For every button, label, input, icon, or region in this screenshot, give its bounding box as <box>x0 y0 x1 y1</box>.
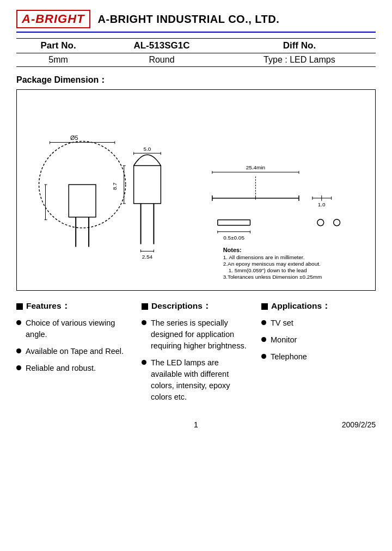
svg-text:8.7: 8.7 <box>112 182 118 190</box>
desc-bullet-1 <box>142 320 146 325</box>
feature-text-2: Available on Tape and Reel. <box>26 346 131 357</box>
svg-text:1.0: 1.0 <box>318 201 326 207</box>
app-bullet-3 <box>261 354 266 359</box>
logo-text: A-BRIGHT <box>22 12 85 26</box>
feature-bullet-2 <box>16 348 21 353</box>
feature-bullet-3 <box>16 365 21 370</box>
svg-text:1. 5mm(0.059") down to the lea: 1. 5mm(0.059") down to the lead <box>229 267 307 273</box>
pkg-label: Package Dimension： <box>16 75 376 86</box>
footer: 1 2009/2/25 <box>16 418 376 429</box>
bottom-section: Features： Choice of various viewing angl… <box>16 301 376 408</box>
desc-bullet-2 <box>142 360 146 365</box>
app-item-1: TV set <box>261 317 370 329</box>
features-label: Features： <box>26 301 70 312</box>
part-info-table: Part No. AL-513SG1C Diff No. 5mm Round T… <box>16 38 376 67</box>
desc-item-2: The LED lamps are available with differe… <box>142 357 250 403</box>
part-col1: 5mm <box>16 53 100 67</box>
app-bullet-1 <box>261 320 266 325</box>
desc-text-1: The series is specially designed for app… <box>151 317 250 352</box>
diagram-box: Ø5 8.7 5.0 2.54 <box>16 89 376 291</box>
company-name: A-BRIGHT INDUSTRIAL CO., LTD. <box>98 13 280 26</box>
app-text-2: Monitor <box>271 334 370 346</box>
svg-rect-1 <box>69 185 96 217</box>
desc-text-2: The LED lamps are available with differe… <box>151 357 250 403</box>
header-divider <box>16 32 376 33</box>
part-col3: Type : LED Lamps <box>223 53 376 67</box>
svg-point-44 <box>317 219 324 226</box>
diagram-svg: Ø5 8.7 5.0 2.54 <box>17 90 375 290</box>
part-row1: Part No. AL-513SG1C Diff No. <box>16 39 376 53</box>
svg-text:Ø5: Ø5 <box>70 134 78 141</box>
applications-bullet-icon <box>261 303 268 310</box>
part-value1: AL-513SG1C <box>100 39 223 53</box>
feature-item-1: Choice of various viewing angle. <box>16 317 131 340</box>
svg-text:0.5±0.05: 0.5±0.05 <box>223 235 244 241</box>
app-bullet-2 <box>261 337 266 342</box>
app-item-2: Monitor <box>261 334 370 346</box>
header: A-BRIGHT A-BRIGHT INDUSTRIAL CO., LTD. <box>16 10 376 28</box>
svg-text:1. All dimensions are in milli: 1. All dimensions are in millimeter. <box>223 254 305 260</box>
part-col2: Round <box>100 53 223 67</box>
desc-item-1: The series is specially designed for app… <box>142 317 250 352</box>
part-label1: Part No. <box>16 39 100 53</box>
svg-text:Notes:: Notes: <box>223 247 242 253</box>
svg-point-45 <box>334 219 340 226</box>
descriptions-col: Descriptions： The series is specially de… <box>136 301 256 408</box>
footer-date: 2009/2/25 <box>256 420 376 429</box>
app-item-3: Telephone <box>261 351 370 363</box>
descriptions-header: Descriptions： <box>142 301 250 312</box>
logo-box: A-BRIGHT <box>16 10 90 28</box>
svg-text:2.54: 2.54 <box>142 254 153 260</box>
applications-header: Applications： <box>261 301 370 312</box>
feature-item-2: Available on Tape and Reel. <box>16 346 131 357</box>
part-row2: 5mm Round Type : LED Lamps <box>16 53 376 67</box>
features-col: Features： Choice of various viewing angl… <box>16 301 136 408</box>
svg-rect-11 <box>134 166 161 204</box>
feature-bullet-1 <box>16 320 21 325</box>
svg-text:3.Tolerances unless Dimension : 3.Tolerances unless Dimension ±0.25mm <box>223 274 322 280</box>
feature-text-1: Choice of various viewing angle. <box>26 317 131 340</box>
feature-item-3: Reliable and robust. <box>16 363 131 374</box>
app-text-3: Telephone <box>271 351 370 363</box>
app-text-1: TV set <box>271 317 370 329</box>
applications-col: Applications： TV set Monitor Telephone <box>256 301 376 408</box>
svg-text:5.0: 5.0 <box>144 146 151 152</box>
descriptions-label: Descriptions： <box>151 301 211 312</box>
features-header: Features： <box>16 301 131 312</box>
part-label2: Diff No. <box>223 39 376 53</box>
descriptions-bullet-icon <box>142 303 148 310</box>
applications-label: Applications： <box>271 301 330 312</box>
features-bullet-icon <box>16 303 23 310</box>
feature-text-3: Reliable and robust. <box>26 363 131 374</box>
svg-text:25.4min: 25.4min <box>246 164 265 170</box>
svg-text:2.An epoxy meniscus may extend: 2.An epoxy meniscus may extend about. <box>223 261 321 267</box>
footer-page: 1 <box>136 420 256 429</box>
